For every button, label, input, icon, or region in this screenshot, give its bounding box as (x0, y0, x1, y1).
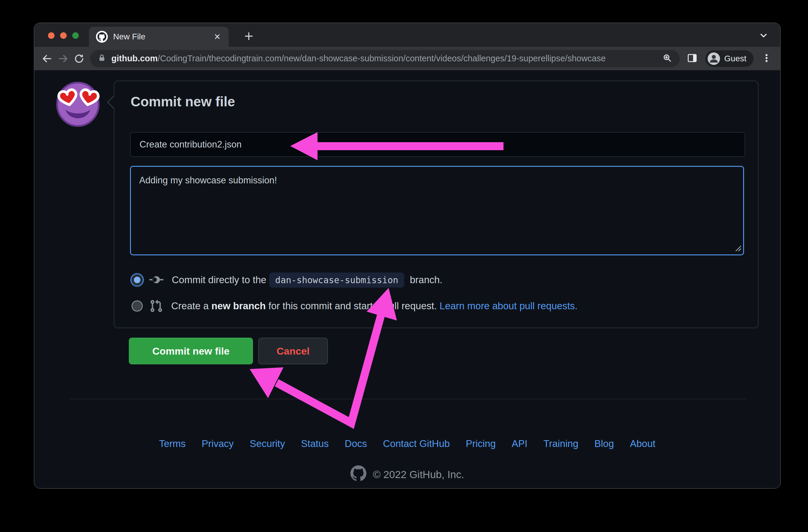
footer-link[interactable]: Docs (345, 438, 367, 449)
browser-toolbar: github.com/CodingTrain/thecodingtrain.co… (34, 47, 780, 70)
url-path: /CodingTrain/thecodingtrain.com/new/dan-… (158, 54, 606, 63)
footer-link[interactable]: API (512, 438, 527, 449)
side-panel-icon[interactable] (687, 53, 698, 65)
reload-button[interactable] (71, 51, 87, 67)
commit-new-file-button[interactable]: Commit new file (129, 338, 253, 364)
tab-close-button[interactable]: × (213, 31, 222, 42)
git-pull-request-icon (149, 299, 163, 313)
radio-new-branch[interactable]: Create a new branch for this commit and … (131, 296, 577, 316)
browser-tab[interactable]: New File × (89, 27, 229, 47)
page-content: Commit new file Adding my showcase submi… (34, 70, 780, 488)
cancel-button[interactable]: Cancel (258, 338, 328, 364)
branch-name-badge: dan-showcase-submission (269, 273, 404, 288)
footer-link[interactable]: Pricing (466, 438, 496, 449)
tab-list-chevron-down-icon[interactable] (758, 30, 770, 41)
git-commit-icon (149, 273, 164, 287)
github-favicon-icon (96, 31, 108, 43)
footer-link[interactable]: Privacy (202, 438, 234, 449)
commit-description-textarea[interactable]: Adding my showcase submission! (130, 166, 744, 255)
window-controls (48, 32, 79, 39)
new-tab-button[interactable]: + (240, 27, 258, 44)
kebab-menu-icon[interactable] (761, 53, 772, 65)
tab-strip: New File × + (34, 23, 780, 47)
zoom-page-icon[interactable] (663, 53, 672, 64)
guest-avatar-icon (708, 52, 720, 65)
radio-unselected-icon[interactable] (131, 300, 143, 312)
commit-form-panel: Commit new file Adding my showcase submi… (114, 80, 758, 328)
commit-description-wrap: Adding my showcase submission! (130, 166, 744, 255)
radio-new-branch-label: Create a new branch for this commit and … (171, 300, 577, 312)
url-domain: github.com (111, 54, 158, 63)
github-mark-icon (350, 465, 366, 484)
footer-link[interactable]: Blog (594, 438, 614, 449)
new-branch-bold: new branch (212, 300, 266, 311)
forward-button[interactable] (55, 51, 71, 67)
page-title: Commit new file (131, 94, 235, 110)
url-text: github.com/CodingTrain/thecodingtrain.co… (111, 54, 663, 63)
window-minimize-button[interactable] (60, 32, 67, 39)
footer-link[interactable]: Training (544, 438, 579, 449)
footer-divider (69, 399, 746, 399)
copyright-text: © 2022 GitHub, Inc. (373, 469, 464, 480)
footer-link[interactable]: Security (250, 438, 285, 449)
radio-selected-icon[interactable] (131, 274, 143, 286)
address-bar[interactable]: github.com/CodingTrain/thecodingtrain.co… (90, 50, 680, 67)
textarea-resize-grip[interactable] (735, 245, 742, 253)
footer-copyright: © 2022 GitHub, Inc. (34, 465, 780, 484)
footer-link[interactable]: Status (301, 438, 329, 449)
footer-link[interactable]: Contact GitHub (383, 438, 450, 449)
user-avatar-heart-eyes-emoji (56, 81, 100, 127)
toolbar-right-cluster: Guest (687, 50, 772, 67)
tab-title: New File (113, 32, 213, 41)
footer-link[interactable]: About (630, 438, 656, 449)
radio-direct-label: Commit directly to thedan-showcase-submi… (172, 273, 442, 288)
profile-button[interactable]: Guest (705, 50, 753, 67)
window-close-button[interactable] (48, 32, 55, 39)
footer-links: TermsPrivacySecurityStatusDocsContact Gi… (34, 438, 780, 450)
lock-icon (98, 54, 106, 63)
browser-window: New File × + github.com/CodingTrain/thec… (34, 23, 780, 488)
commit-title-input[interactable] (130, 132, 745, 157)
back-button[interactable] (39, 51, 55, 67)
footer-link[interactable]: Terms (159, 438, 186, 449)
guest-label: Guest (724, 54, 747, 63)
learn-more-link[interactable]: Learn more about pull requests. (440, 300, 577, 311)
radio-commit-direct[interactable]: Commit directly to thedan-showcase-submi… (131, 270, 442, 290)
window-zoom-button[interactable] (72, 32, 79, 39)
